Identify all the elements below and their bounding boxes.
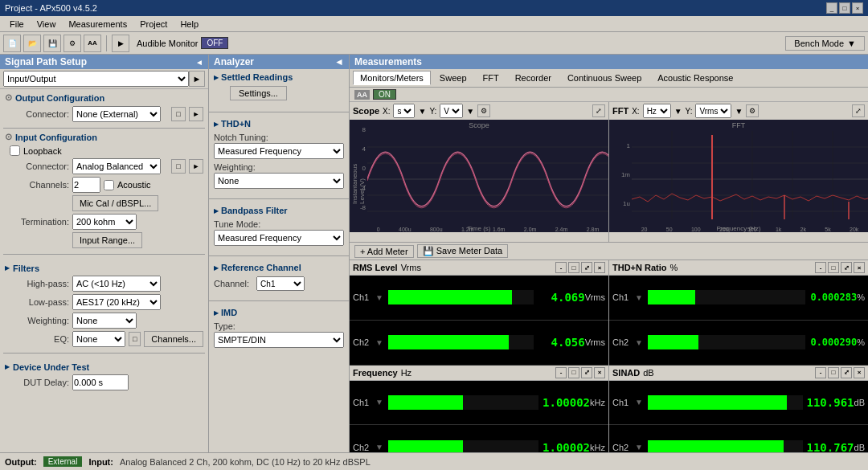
input-connector-select[interactable]: Analog Balanced: [72, 158, 161, 174]
input-status-label: Input:: [88, 457, 113, 467]
scope-label: Scope: [353, 106, 379, 116]
minimize-button[interactable]: _: [826, 2, 837, 14]
dut-title[interactable]: ▸ Device Under Test: [5, 362, 203, 372]
io-dropdown[interactable]: Input/Output: [3, 71, 189, 87]
thdn-title[interactable]: ▸ THD+N: [214, 119, 344, 129]
channels-input[interactable]: [72, 177, 100, 193]
close-button[interactable]: ×: [852, 2, 863, 14]
rms-expand-btn[interactable]: ⤢: [581, 262, 592, 273]
fft-y-select[interactable]: Vrms: [695, 104, 731, 118]
tab-continuous-sweep[interactable]: Continuous Sweep: [560, 71, 649, 85]
fft-chart: FFT 1 1m 1u: [609, 120, 868, 232]
output-connector-btn1[interactable]: □: [171, 107, 186, 121]
thdn-settings-btn[interactable]: □: [828, 262, 839, 273]
bench-mode-button[interactable]: Bench Mode ▼: [785, 36, 865, 51]
aa-button[interactable]: AA: [84, 35, 101, 52]
thdn-ch1-value: 0.000283: [809, 292, 857, 303]
filters-title[interactable]: ▸ Filters: [5, 263, 203, 273]
sinad-close-btn[interactable]: ×: [854, 367, 865, 378]
monitors-toolbar: AA ON: [350, 88, 868, 102]
eq-select[interactable]: None: [72, 331, 125, 347]
left-panel-expand-icon[interactable]: ◄: [195, 58, 203, 67]
sinad-expand-btn[interactable]: ⤢: [841, 367, 852, 378]
fft-settings-icon[interactable]: ⚙: [746, 104, 759, 117]
scope-y-select[interactable]: V: [440, 104, 463, 118]
thdn-expand-btn[interactable]: ⤢: [841, 262, 852, 273]
output-connector-select[interactable]: None (External): [72, 106, 161, 122]
sinad-unit: dB: [643, 368, 653, 378]
scope-expand-icon[interactable]: ⤢: [592, 104, 605, 117]
thdn-label: THD+N Ratio: [612, 263, 667, 272]
lowpass-select[interactable]: AES17 (20 kHz): [72, 294, 161, 310]
freq-minus-btn[interactable]: -: [555, 367, 567, 378]
menu-view[interactable]: View: [31, 18, 63, 30]
termination-select[interactable]: 200 kohm: [72, 214, 137, 230]
input-config-title[interactable]: ⊙ Input Configuration: [5, 132, 203, 142]
rms-settings-btn[interactable]: □: [568, 262, 579, 273]
analyzer-expand-icon[interactable]: ◄: [334, 56, 344, 67]
weighting-select[interactable]: None: [72, 313, 137, 329]
rms-minus-btn[interactable]: -: [555, 262, 567, 273]
output-connector-btn2[interactable]: ►: [189, 107, 203, 121]
imd-title[interactable]: ▸ IMD: [214, 308, 344, 318]
tab-acoustic-response[interactable]: Acoustic Response: [650, 71, 740, 85]
acoustic-checkbox[interactable]: [104, 180, 114, 190]
mic-cal-button[interactable]: Mic Cal / dBSPL...: [72, 195, 158, 211]
save-meter-button[interactable]: 💾 Save Meter Data: [417, 244, 509, 258]
loopback-checkbox[interactable]: [10, 145, 20, 156]
sinad-minus-btn[interactable]: -: [815, 367, 826, 378]
thdn-minus-btn[interactable]: -: [815, 262, 826, 273]
channel-select[interactable]: Ch1: [256, 276, 305, 291]
freq-settings-btn[interactable]: □: [568, 367, 579, 378]
sinad-ch1-label: Ch1: [612, 398, 635, 407]
settings-button[interactable]: ⚙: [63, 35, 81, 52]
scope-x-select[interactable]: s: [393, 104, 415, 118]
notch-tuning-select[interactable]: Measured Frequency: [214, 143, 344, 159]
output-config-section: ⊙ Output Configuration Connector: None (…: [0, 89, 208, 128]
ref-channel-title[interactable]: ▸ Reference Channel: [214, 263, 344, 273]
freq-ch1-arrow-icon: ▼: [375, 398, 383, 407]
audible-monitor-toggle[interactable]: OFF: [201, 37, 228, 49]
input-connector-btn2[interactable]: ►: [189, 159, 203, 174]
eq-icon-btn[interactable]: □: [129, 332, 141, 346]
freq-expand-btn[interactable]: ⤢: [581, 367, 592, 378]
menu-help[interactable]: Help: [174, 18, 205, 30]
settings-button[interactable]: Settings...: [230, 86, 287, 100]
output-status-value: External: [43, 456, 83, 467]
menu-project[interactable]: Project: [133, 18, 174, 30]
open-button[interactable]: 📂: [23, 35, 41, 52]
menu-measurements[interactable]: Measurements: [62, 18, 133, 30]
tab-monitors-meters[interactable]: Monitors/Meters: [353, 71, 431, 85]
thdn-weighting-select[interactable]: None: [214, 173, 344, 189]
save-button[interactable]: 💾: [43, 35, 61, 52]
tab-sweep[interactable]: Sweep: [432, 71, 474, 85]
scope-settings-icon[interactable]: ⚙: [477, 104, 490, 117]
play-button[interactable]: ▶: [112, 35, 129, 52]
output-config-title[interactable]: ⊙ Output Configuration: [5, 92, 203, 103]
new-button[interactable]: 📄: [3, 35, 21, 52]
rms-close-btn[interactable]: ×: [594, 262, 605, 273]
io-expand-btn[interactable]: ►: [189, 71, 205, 87]
channels-button[interactable]: Channels...: [144, 331, 203, 347]
fft-x-select[interactable]: Hz: [643, 104, 671, 118]
add-meter-button[interactable]: + Add Meter: [354, 245, 414, 258]
freq-close-btn[interactable]: ×: [594, 367, 605, 378]
settled-readings-title[interactable]: ▸ Settled Readings: [214, 72, 344, 83]
signal-path-title: Signal Path Setup ◄: [0, 55, 208, 69]
bandpass-title[interactable]: ▸ Bandpass Filter: [214, 206, 344, 216]
imd-type-select[interactable]: SMPTE/DIN: [214, 332, 344, 348]
thdn-close-btn[interactable]: ×: [854, 262, 865, 273]
freq-ch2-unit: kHz: [590, 443, 605, 452]
tab-fft[interactable]: FFT: [476, 71, 506, 85]
input-range-button[interactable]: Input Range...: [72, 232, 142, 248]
highpass-select[interactable]: AC (<10 Hz): [72, 276, 161, 292]
tune-mode-select[interactable]: Measured Frequency: [214, 230, 344, 246]
dut-delay-input[interactable]: [72, 374, 129, 390]
fft-expand-icon[interactable]: ⤢: [852, 104, 865, 117]
input-connector-btn1[interactable]: □: [171, 159, 186, 174]
tab-recorder[interactable]: Recorder: [508, 71, 559, 85]
thdn-ch2-value: 0.000290: [809, 337, 857, 348]
sinad-settings-btn[interactable]: □: [828, 367, 839, 378]
maximize-button[interactable]: □: [839, 2, 850, 14]
menu-file[interactable]: File: [3, 18, 31, 30]
